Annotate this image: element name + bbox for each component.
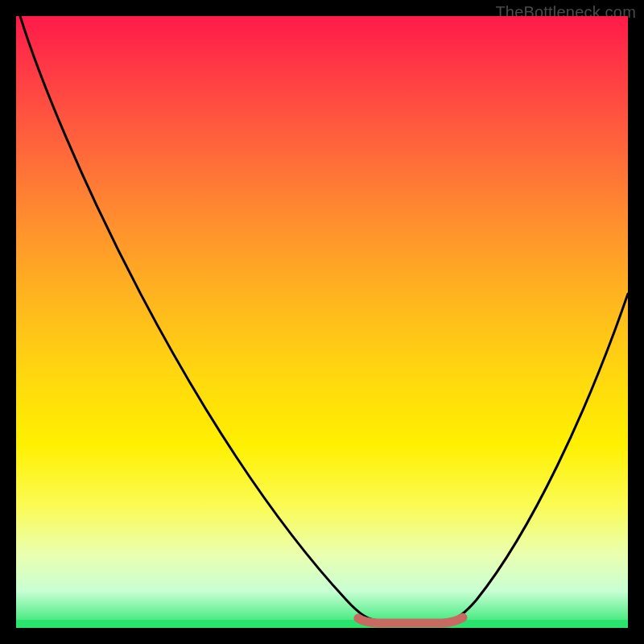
optimal-flat-segment-path	[358, 617, 463, 623]
bottleneck-curve-path	[20, 16, 628, 622]
plot-area	[16, 16, 628, 628]
chart-frame: TheBottleneck.com	[0, 0, 644, 644]
bottleneck-curve-svg	[16, 16, 628, 628]
